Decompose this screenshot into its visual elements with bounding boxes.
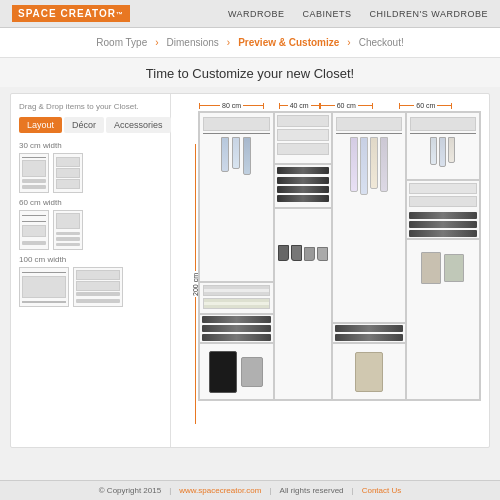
- main-content: Drag & Drop items to your Closet. Layout…: [10, 93, 490, 448]
- footer-rights: All rights reserved: [280, 486, 344, 495]
- tab-decor[interactable]: Décor: [64, 117, 104, 133]
- dress-1: [350, 137, 358, 192]
- nav-links: WARDROBE CABINETS CHILDREN'S WARDROBE: [228, 9, 488, 19]
- col3-drawer-2: [335, 334, 403, 341]
- col2-drawer-1: [277, 167, 329, 174]
- bc-label-4: Checkout!: [359, 37, 404, 48]
- col1-mid: [200, 283, 272, 313]
- dim-line-80: [200, 105, 220, 106]
- col1-top-shelf: [203, 117, 269, 131]
- suitcase-small: [241, 357, 263, 387]
- footer-contact[interactable]: Contact Us: [362, 486, 402, 495]
- dim-text-40: 40 cm: [288, 102, 311, 109]
- shoe-1: [278, 245, 289, 261]
- bc-step-1[interactable]: Room Type: [96, 37, 147, 48]
- dim-segment-40: 40 cm: [279, 102, 320, 109]
- nav-childrens[interactable]: CHILDREN'S WARDROBE: [370, 9, 488, 19]
- drawer-1b: [202, 325, 270, 332]
- layout-item-60-1[interactable]: [19, 210, 49, 250]
- dim-text-60a: 60 cm: [335, 102, 358, 109]
- drawer-1c: [202, 334, 270, 341]
- col4-shelf-item-1: [409, 183, 477, 194]
- panel-tabs: Layout Décor Accessories: [19, 117, 162, 133]
- page-title: Time to Customize your new Closet!: [0, 58, 500, 87]
- col3-top-shelf: [336, 117, 402, 131]
- col2-shoes: [275, 209, 331, 264]
- layout-item-30-1[interactable]: [19, 153, 49, 193]
- dim-segment-60a: 60 cm: [320, 102, 400, 109]
- logo-tm: ™: [116, 11, 124, 18]
- footer-divider-3: |: [352, 486, 354, 495]
- col3-drawer-1: [335, 325, 403, 332]
- tab-accessories[interactable]: Accessories: [106, 117, 171, 133]
- closet-box: [198, 111, 481, 401]
- box-2: [444, 254, 464, 282]
- side-dim-top-line: [195, 144, 196, 271]
- logo-box[interactable]: SPACE CREATOR™: [12, 5, 130, 22]
- section-label-100: 100 cm width: [19, 255, 162, 264]
- col2-shelf-3: [277, 143, 329, 155]
- footer-website[interactable]: www.spacecreator.com: [179, 486, 261, 495]
- side-dim-bottom-line: [195, 297, 196, 424]
- box-1: [421, 252, 441, 284]
- col4-drawer-1: [409, 212, 477, 219]
- dim-line-60bb: [437, 105, 451, 106]
- hanger-1: [221, 137, 229, 172]
- closet-col-2: [275, 113, 333, 399]
- col3-bottom: [333, 344, 405, 399]
- col1-shelf-divider-2: [200, 313, 272, 315]
- dim-text-80: 80 cm: [220, 102, 243, 109]
- col2-drawer-3: [277, 186, 329, 193]
- dim-segment-80: 80 cm: [199, 102, 279, 109]
- dim-tick-right-80: [263, 103, 264, 109]
- col2-shelf-1: [277, 115, 329, 127]
- dim-segment-60b: 60 cm: [399, 102, 479, 109]
- layout-item-60-2[interactable]: [53, 210, 83, 250]
- bc-step-2[interactable]: Dimensions: [167, 37, 219, 48]
- tab-layout[interactable]: Layout: [19, 117, 62, 133]
- closet-col-3: [333, 113, 407, 399]
- col4-hangers: [410, 137, 476, 167]
- logo-text: SPACE CREATOR: [18, 8, 116, 19]
- dim-line-40b: [311, 105, 319, 106]
- layout-items-60: [19, 210, 162, 250]
- nav-wardrobe[interactable]: WARDROBE: [228, 9, 285, 19]
- bc-step-3[interactable]: Preview & Customize: [238, 37, 339, 48]
- col4-drawer-2: [409, 221, 477, 228]
- closet-col-4: [407, 113, 479, 399]
- dim-line-60b: [400, 105, 414, 106]
- col3-hangers: [336, 137, 402, 195]
- col4-shirt-1: [430, 137, 437, 165]
- logo-area: SPACE CREATOR™: [12, 5, 130, 22]
- suitcase-large: [209, 351, 237, 393]
- col4-shirt-3: [448, 137, 455, 163]
- dim-line-80b: [243, 105, 263, 106]
- col1-top: [200, 113, 272, 281]
- dress-3: [370, 137, 378, 189]
- hanger-2: [232, 137, 240, 169]
- footer: © Copyright 2015 | www.spacecreator.com …: [0, 480, 500, 500]
- layout-item-30-2[interactable]: [53, 153, 83, 193]
- top-dim-row: 80 cm 40 cm 60 cm: [199, 102, 479, 109]
- col3-top: [333, 113, 405, 199]
- layout-items-30: [19, 153, 162, 193]
- footer-divider-1: |: [169, 486, 171, 495]
- col2-drawer-4: [277, 195, 329, 202]
- closet-with-side-dim: 200 cm: [179, 111, 481, 401]
- col4-shelf-item-2: [409, 196, 477, 207]
- closet-preview: 80 cm 40 cm 60 cm: [171, 94, 489, 447]
- nav-cabinets[interactable]: CABINETS: [303, 9, 352, 19]
- layout-item-100-1[interactable]: [19, 267, 69, 307]
- section-label-60: 60 cm width: [19, 198, 162, 207]
- bc-step-4[interactable]: Checkout!: [359, 37, 404, 48]
- bc-label-3: Preview & Customize: [238, 37, 339, 48]
- dim-line-40: [280, 105, 288, 106]
- dress-4: [380, 137, 388, 192]
- dim-tick-right-60b: [451, 103, 452, 109]
- folded-1: [203, 285, 269, 296]
- closet-col-1: [200, 113, 274, 399]
- layout-item-100-2[interactable]: [73, 267, 123, 307]
- bc-label-2: Dimensions: [167, 37, 219, 48]
- col4-rod: [410, 133, 476, 134]
- col4-bottom: [407, 240, 479, 295]
